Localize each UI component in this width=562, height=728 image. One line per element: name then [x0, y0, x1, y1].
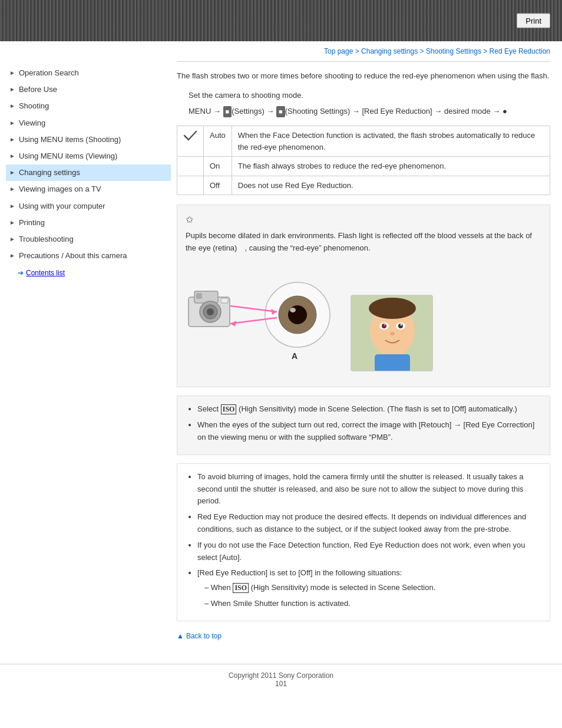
arrow-icon: ► — [9, 136, 15, 144]
sidebar-item-viewing[interactable]: ► Viewing — [6, 115, 171, 131]
arrow-icon: ► — [9, 152, 15, 160]
sidebar-item-label: Shooting — [19, 101, 49, 111]
notes-list: To avoid blurring of images, hold the ca… — [197, 471, 540, 610]
copyright-text: Copyright 2011 Sony Corporation — [229, 671, 333, 680]
iso-badge: ISO — [221, 404, 237, 414]
bullet-list: Select ISO (High Sensitivity) mode in Sc… — [197, 403, 540, 443]
back-to-top-link[interactable]: ▲ Back to top — [177, 632, 550, 640]
instruction-text: Set the camera to shooting mode. — [189, 90, 550, 102]
eye-diagram: A — [186, 262, 339, 372]
sidebar-item-changing-settings[interactable]: ► Changing settings — [6, 164, 171, 181]
arrow-icon: ► — [9, 185, 15, 193]
svg-rect-6 — [221, 298, 228, 303]
hint-text: Pupils become dilated in dark environmen… — [186, 230, 541, 255]
table-mode-auto: Auto — [204, 126, 232, 157]
sidebar-item-precautions[interactable]: ► Precautions / About this camera — [6, 248, 171, 264]
sub-notes-list: When ISO (High Sensitivity) mode is sele… — [204, 582, 540, 610]
note-item-3: If you do not use the Face Detection fun… — [197, 539, 540, 564]
sidebar: ► Operation Search ► Before Use ► Shooti… — [0, 59, 171, 658]
menu-instruction: MENU → ■(Settings) → ■(Shooting Settings… — [189, 106, 550, 118]
arrow-icon: ► — [9, 252, 15, 260]
table-row-off: Off Does not use Red Eye Reduction. — [177, 176, 550, 195]
sidebar-item-label: Printing — [19, 218, 45, 228]
breadcrumb: Top page > Changing settings > Shooting … — [0, 41, 562, 59]
sidebar-item-viewing-tv[interactable]: ► Viewing images on a TV — [6, 181, 171, 197]
header-bar: Print — [0, 0, 562, 41]
bullet-box: Select ISO (High Sensitivity) mode in Sc… — [177, 396, 550, 454]
sidebar-item-label: Operation Search — [19, 68, 79, 78]
table-desc-auto: When the Face Detection function is acti… — [232, 126, 550, 157]
svg-point-10 — [290, 308, 296, 312]
breadcrumb-link-top[interactable]: Top page — [324, 47, 353, 55]
sub-note-2: When Smile Shutter function is activated… — [204, 598, 540, 610]
note-item-4: [Red Eye Reduction] is set to [Off] in t… — [197, 567, 540, 610]
svg-point-5 — [207, 308, 214, 315]
arrow-icon: ► — [9, 119, 15, 127]
sidebar-item-label: Before Use — [19, 84, 57, 95]
page-number: 101 — [229, 680, 333, 688]
hint-icon: ✩ — [186, 212, 541, 228]
contents-list-link[interactable]: ➔ Contents list — [18, 269, 171, 277]
footer: Copyright 2011 Sony Corporation 101 — [0, 668, 562, 691]
sidebar-item-printing[interactable]: ► Printing — [6, 215, 171, 231]
svg-point-18 — [369, 298, 416, 319]
breadcrumb-link-shooting-settings[interactable]: Shooting Settings — [426, 47, 481, 55]
notes-box: To avoid blurring of images, hold the ca… — [177, 463, 550, 621]
contents-arrow-icon: ➔ — [18, 269, 24, 277]
sidebar-item-label: Changing settings — [19, 167, 80, 178]
hint-box: ✩ Pupils become dilated in dark environm… — [177, 205, 550, 387]
svg-point-24 — [401, 324, 402, 326]
sidebar-item-menu-shooting[interactable]: ► Using MENU items (Shooting) — [6, 131, 171, 148]
breadcrumb-sep-2: > — [419, 47, 425, 55]
table-row-auto: Auto When the Face Detection function is… — [177, 126, 550, 157]
sidebar-item-before-use[interactable]: ► Before Use — [6, 81, 171, 98]
sidebar-item-label: Using with your computer — [19, 201, 105, 212]
svg-marker-14 — [230, 321, 236, 327]
child-photo-placeholder — [351, 295, 433, 371]
print-button[interactable]: Print — [517, 14, 550, 28]
settings-table: Auto When the Face Detection function is… — [177, 126, 550, 195]
table-mode-off: Off — [204, 176, 232, 195]
sidebar-item-computer[interactable]: ► Using with your computer — [6, 198, 171, 215]
arrow-icon: ► — [9, 69, 15, 77]
sub-note-1: When ISO (High Sensitivity) mode is sele… — [204, 582, 540, 594]
intro-paragraph: The flash strobes two or more times befo… — [177, 70, 550, 83]
sidebar-item-label: Precautions / About this camera — [19, 251, 127, 261]
arrow-icon: ► — [9, 102, 15, 110]
arrow-icon: ► — [9, 202, 15, 210]
svg-point-9 — [288, 305, 307, 324]
back-to-top-arrow-icon: ▲ — [177, 632, 184, 640]
sidebar-item-label: Troubleshooting — [19, 234, 74, 245]
sidebar-item-menu-viewing[interactable]: ► Using MENU items (Viewing) — [6, 148, 171, 164]
svg-rect-27 — [375, 354, 410, 371]
svg-rect-2 — [196, 293, 202, 299]
main-layout: ► Operation Search ► Before Use ► Shooti… — [0, 59, 562, 658]
content-area: The flash strobes two or more times befo… — [171, 59, 562, 658]
svg-point-26 — [390, 332, 395, 335]
table-icon-off — [177, 176, 204, 195]
table-desc-off: Does not use Red Eye Reduction. — [232, 176, 550, 195]
note-item-1: To avoid blurring of images, hold the ca… — [197, 471, 540, 508]
breadcrumb-link-changing[interactable]: Changing settings — [361, 47, 418, 55]
svg-point-25 — [382, 324, 386, 328]
footer-copyright: Copyright 2011 Sony Corporation 101 — [229, 671, 333, 688]
sidebar-item-operation-search[interactable]: ► Operation Search — [6, 65, 171, 81]
sidebar-item-shooting[interactable]: ► Shooting — [6, 98, 171, 114]
breadcrumb-link-red-eye[interactable]: Red Eye Reduction — [490, 47, 550, 55]
sidebar-item-label: Using MENU items (Viewing) — [19, 151, 117, 162]
breadcrumb-sep-1: > — [355, 47, 361, 55]
sidebar-item-troubleshooting[interactable]: ► Troubleshooting — [6, 231, 171, 248]
arrow-icon: ► — [9, 235, 15, 243]
sidebar-item-label: Using MENU items (Shooting) — [19, 134, 121, 145]
table-desc-on: The flash always strobes to reduce the r… — [232, 157, 550, 176]
note-item-2: Red Eye Reduction may not produce the de… — [197, 511, 540, 536]
table-icon-on — [177, 157, 204, 176]
table-mode-on: On — [204, 157, 232, 176]
arrow-icon: ► — [9, 169, 15, 177]
breadcrumb-sep-3: > — [483, 47, 489, 55]
top-divider — [177, 61, 550, 62]
table-icon-auto — [177, 126, 204, 157]
footer-divider — [0, 664, 562, 664]
sidebar-item-label: Viewing images on a TV — [19, 184, 101, 195]
contents-list-anchor[interactable]: Contents list — [26, 269, 65, 277]
